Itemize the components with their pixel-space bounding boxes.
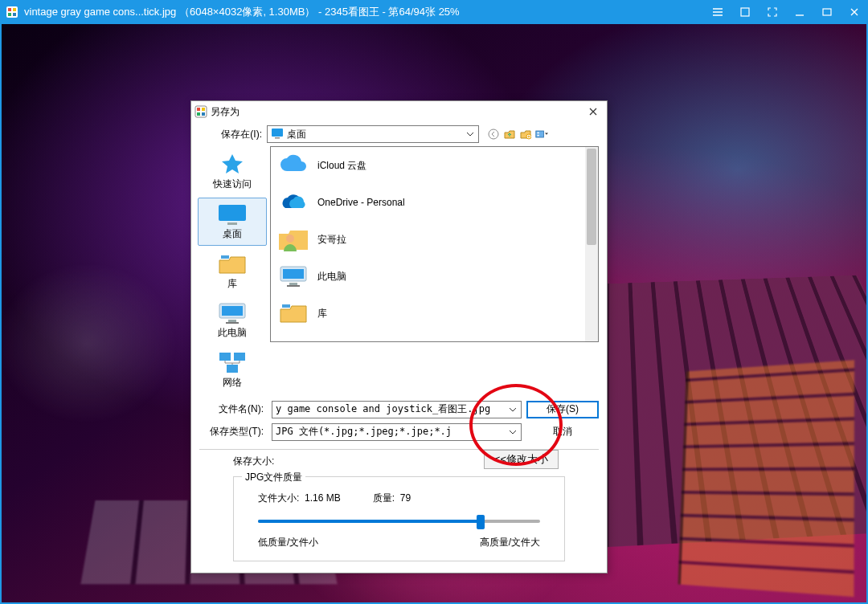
svg-rect-28: [227, 365, 238, 373]
quality-group-legend: JPG文件质量: [242, 471, 305, 484]
svg-rect-20: [227, 222, 237, 225]
place-this-pc[interactable]: 此电脑: [198, 296, 267, 345]
maximize-icon[interactable]: [813, 0, 841, 24]
svg-rect-2: [13, 8, 16, 11]
save-in-combo[interactable]: 桌面: [267, 125, 479, 143]
save-size-label: 保存大小:: [233, 455, 274, 468]
svg-rect-10: [197, 112, 200, 116]
slider-high-label: 高质量/文件大: [480, 536, 540, 549]
svg-rect-12: [272, 129, 283, 137]
filename-value: y game console and joystick_看图王.jpg: [276, 402, 490, 416]
chevron-down-icon: [464, 128, 477, 141]
dialog-icon: [194, 105, 207, 118]
close-icon[interactable]: [841, 0, 868, 24]
title-app: - 2345看图王: [318, 6, 379, 18]
filetype-combo[interactable]: JPG 文件(*.jpg;*.jpeg;*.jpe;*.j: [272, 423, 522, 441]
slider-fill: [258, 520, 481, 523]
save-in-label: 保存在(I):: [191, 128, 267, 141]
save-button-label: 保存(S): [547, 402, 579, 416]
fullscreen-icon[interactable]: [759, 0, 786, 24]
place-quick-access[interactable]: 快速访问: [198, 148, 267, 196]
place-network[interactable]: 网络: [198, 346, 267, 394]
place-label: 网络: [223, 378, 242, 389]
desktop-icon: [216, 202, 248, 227]
filename-input[interactable]: y game console and joystick_看图王.jpg: [272, 401, 522, 418]
quality-label: 质量:: [373, 492, 395, 504]
svg-rect-3: [8, 13, 11, 16]
filetype-value: JPG 文件(*.jpg;*.jpeg;*.jpe;*.j: [276, 425, 452, 439]
quality-value: 79: [400, 492, 411, 504]
cancel-button-label: 取消: [553, 425, 572, 439]
quality-slider[interactable]: [258, 513, 540, 533]
chevron-down-icon: [506, 403, 519, 416]
photo-decor: [678, 360, 854, 597]
svg-point-29: [286, 235, 294, 243]
place-label: 库: [227, 279, 237, 290]
star-icon: [216, 152, 248, 178]
svg-rect-1: [8, 8, 11, 11]
app-icon: [5, 5, 19, 19]
new-folder-icon[interactable]: [519, 128, 532, 141]
dialog-close-button[interactable]: [584, 104, 602, 120]
save-size-section: 保存大小: <<修改大小 JPG文件质量 文件大小: 1.16 MB 质量: 7…: [191, 453, 607, 573]
scrollbar-thumb[interactable]: [587, 149, 596, 245]
title-dims: （6048×4032像素, 1.30MB）: [179, 6, 315, 18]
svg-rect-11: [202, 112, 205, 116]
modify-size-label: <<修改大小: [494, 452, 548, 467]
svg-rect-31: [283, 269, 304, 279]
dialog-titlebar[interactable]: 另存为: [191, 101, 607, 122]
svg-rect-8: [197, 108, 200, 111]
place-desktop[interactable]: 桌面: [198, 198, 267, 246]
svg-rect-25: [226, 322, 239, 324]
modify-size-button[interactable]: <<修改大小: [484, 450, 559, 469]
slider-low-label: 低质量/文件小: [258, 536, 318, 549]
filesize-label: 文件大小:: [258, 492, 299, 504]
pc-icon: [216, 300, 248, 326]
quality-readout: 质量: 79: [373, 492, 411, 505]
item-label: 此电脑: [317, 270, 346, 284]
scrollbar[interactable]: [585, 147, 598, 341]
toolbar-icons: [487, 128, 548, 141]
svg-point-14: [489, 129, 498, 139]
save-in-value: 桌面: [287, 128, 306, 141]
restore-icon[interactable]: [731, 0, 759, 24]
list-item[interactable]: iCloud 云盘: [271, 147, 585, 184]
cancel-button[interactable]: 取消: [526, 423, 599, 441]
list-item[interactable]: 安哥拉: [271, 221, 585, 258]
item-label: 安哥拉: [317, 233, 346, 247]
svg-rect-34: [282, 304, 290, 308]
up-folder-icon[interactable]: [503, 128, 516, 141]
svg-rect-5: [741, 8, 749, 16]
svg-rect-24: [228, 320, 236, 322]
svg-rect-33: [287, 285, 300, 287]
title-text: vintage gray game cons...tick.jpg （6048×…: [24, 5, 460, 19]
svg-rect-19: [219, 205, 246, 221]
list-item[interactable]: 此电脑: [271, 258, 585, 295]
place-libraries[interactable]: 库: [198, 247, 267, 296]
filesize-readout: 文件大小: 1.16 MB: [258, 492, 341, 505]
svg-rect-9: [202, 108, 205, 111]
svg-rect-17: [537, 133, 538, 134]
list-item[interactable]: 库: [271, 295, 585, 332]
pc-icon: [277, 262, 309, 291]
slider-handle[interactable]: [477, 515, 485, 529]
item-label: 库: [317, 307, 327, 320]
chevron-down-icon: [506, 426, 519, 439]
back-icon[interactable]: [487, 128, 500, 141]
svg-rect-6: [823, 9, 831, 15]
place-label: 桌面: [223, 229, 242, 240]
title-page: - 第64/94张 25%: [383, 6, 460, 18]
list-item[interactable]: OneDrive - Personal: [271, 184, 585, 221]
view-menu-icon[interactable]: [535, 128, 548, 141]
svg-rect-26: [219, 353, 231, 361]
save-button[interactable]: 保存(S): [526, 401, 599, 418]
dialog-title: 另存为: [211, 105, 584, 119]
menu-icon[interactable]: [704, 0, 731, 24]
svg-rect-4: [13, 13, 16, 16]
place-label: 快速访问: [213, 179, 252, 190]
svg-rect-21: [221, 255, 229, 259]
minimize-icon[interactable]: [786, 0, 813, 24]
svg-rect-13: [275, 137, 280, 139]
file-list-pane[interactable]: iCloud 云盘 OneDrive - Personal 安哥拉 此电脑 库: [270, 146, 599, 342]
library-icon: [277, 299, 309, 328]
